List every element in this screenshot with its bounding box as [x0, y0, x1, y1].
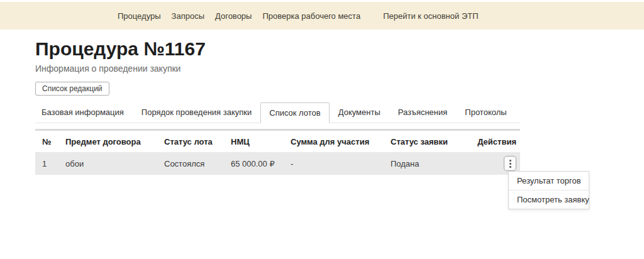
cell-contract-subject: обои: [65, 152, 164, 175]
tab-documents[interactable]: Документы: [330, 102, 389, 123]
lots-table-header: № Предмет договора Статус лота НМЦ Сумма…: [35, 130, 520, 153]
nav-item-procedures[interactable]: Процедуры: [118, 11, 161, 21]
top-navbar: Процедуры Запросы Договоры Проверка рабо…: [0, 2, 644, 30]
col-header-contract-subject: Предмет договора: [65, 130, 164, 153]
col-header-actions: Действия: [477, 130, 520, 153]
actions-dropdown-menu: Результат торгов Посмотреть заявку: [508, 171, 589, 209]
col-header-nmc: НМЦ: [231, 130, 291, 153]
tab-lots-list[interactable]: Список лотов: [260, 102, 330, 123]
table-row: 1 обои Состоялся 65 000.00 ₽ - Подана: [35, 152, 520, 175]
tab-basic-info[interactable]: Базовая информация: [35, 102, 133, 123]
editions-list-button[interactable]: Список редакций: [35, 82, 109, 96]
cell-lot-status: Состоялся: [164, 152, 231, 175]
col-header-number: №: [35, 130, 65, 153]
cell-application-status: Подана: [391, 152, 477, 175]
page: Процедуры Запросы Договоры Проверка рабо…: [0, 0, 644, 259]
col-header-application-status: Статус заявки: [391, 130, 477, 153]
menu-item-auction-result[interactable]: Результат торгов: [509, 172, 589, 190]
menu-item-view-application[interactable]: Посмотреть заявку: [509, 190, 589, 209]
cell-participation-sum: -: [291, 152, 391, 175]
col-header-lot-status: Статус лота: [164, 130, 231, 153]
tab-procurement-order[interactable]: Порядок проведения закупки: [133, 102, 260, 123]
cell-number: 1: [35, 152, 65, 175]
col-header-participation-sum: Сумма для участия: [291, 130, 391, 153]
row-actions-button[interactable]: [504, 156, 516, 171]
page-title: Процедура №1167: [35, 39, 644, 59]
tabs-bar: Базовая информация Порядок проведения за…: [35, 102, 520, 123]
cell-nmc: 65 000.00 ₽: [231, 152, 291, 175]
nav-item-goto-main-etp[interactable]: Перейти к основной ЭТП: [383, 11, 478, 21]
nav-item-workplace-check[interactable]: Проверка рабочего места: [262, 11, 360, 21]
lots-table: № Предмет договора Статус лота НМЦ Сумма…: [35, 129, 520, 175]
tab-protocols[interactable]: Протоколы: [456, 102, 515, 123]
nav-item-requests[interactable]: Запросы: [172, 11, 204, 21]
kebab-menu-icon: [509, 160, 511, 168]
nav-item-contracts[interactable]: Договоры: [215, 11, 252, 21]
tab-clarifications[interactable]: Разъяснения: [389, 102, 457, 123]
main-content: Процедура №1167 Информация о проведении …: [0, 30, 644, 175]
page-subtitle: Информация о проведении закупки: [35, 63, 644, 74]
